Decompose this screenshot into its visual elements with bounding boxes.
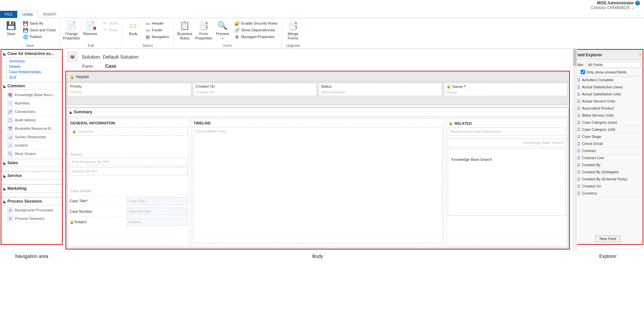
nav-item-connections[interactable]: 🔗Connections: [1, 108, 62, 116]
redo-button[interactable]: ↷Redo: [101, 27, 119, 33]
vertical-scrollbar[interactable]: [573, 49, 577, 251]
nav-group-common[interactable]: ◣Common: [1, 82, 62, 90]
show-dependencies-button[interactable]: 🔗Show Dependencies: [233, 27, 279, 33]
header-button[interactable]: ▭Header: [144, 20, 171, 26]
section-label: Section: [69, 150, 187, 158]
tab-insert[interactable]: INSERT: [38, 11, 61, 18]
annotation-body: Body: [63, 254, 573, 259]
field-item[interactable]: Billed Service Units: [574, 112, 642, 119]
field-item[interactable]: Case Category (old): [574, 126, 642, 133]
undo-icon: ↶: [102, 21, 108, 26]
ribbon: 💾 Save 💾Save As 💾Save and Close 🌐Publish…: [0, 18, 644, 49]
field-item[interactable]: Case Category (new): [574, 119, 642, 126]
preview-button[interactable]: 🔍 Preview▾: [214, 20, 231, 41]
nav-item-kb[interactable]: 📚Knowledge Base Reco...: [1, 91, 62, 99]
tab-home[interactable]: HOME: [17, 11, 38, 18]
nav-item-activities[interactable]: ✓Activities: [1, 99, 62, 108]
nav-group-case[interactable]: ◣Case for Interactive ex...: [1, 50, 62, 58]
undo-button[interactable]: ↶Undo: [101, 20, 119, 26]
nav-item-sla[interactable]: SLA: [6, 75, 62, 80]
form-properties-icon: 📑: [198, 20, 209, 31]
header-section[interactable]: 🔒 Header: [67, 72, 568, 82]
body-button[interactable]: ▭ Body: [125, 20, 142, 37]
field-item[interactable]: Contract: [574, 147, 642, 154]
nav-group-marketing[interactable]: ◣Marketing: [1, 184, 62, 193]
form-properties-button[interactable]: 📑 Form Properties: [195, 20, 212, 41]
field-item[interactable]: Actual Service Units: [574, 98, 642, 105]
enable-security-roles-button[interactable]: 🔐Enable Security Roles: [233, 20, 279, 26]
kb-search-box[interactable]: Knowledge Base Search: [448, 138, 566, 147]
nav-item-summary[interactable]: Summary: [6, 58, 62, 64]
save-as-icon: 💾: [23, 21, 28, 26]
publish-button[interactable]: 🌐Publish: [22, 34, 57, 40]
field-item[interactable]: Activities Complete: [574, 77, 642, 84]
field-case-number[interactable]: Case Number Case Number: [69, 206, 187, 215]
header-field-status[interactable]: Status Status Reason: [319, 83, 442, 96]
field-item[interactable]: Actual Satisfaction (old): [574, 91, 642, 98]
header-field-priority[interactable]: Priority Priority: [68, 83, 191, 96]
save-and-close-button[interactable]: 💾Save and Close: [22, 27, 57, 33]
nav-item-bookable[interactable]: 📅Bookable Resource B...: [1, 124, 62, 133]
nav-group-process[interactable]: ◣Process Sessions: [1, 197, 62, 205]
field-item[interactable]: Created By (External Party): [574, 176, 642, 183]
header-field-createdon[interactable]: Created On Created On: [193, 83, 317, 96]
footer-button[interactable]: ▭Footer: [144, 27, 171, 33]
form-name: Case: [105, 63, 116, 69]
nav-item-relationships[interactable]: Case Relationships: [6, 69, 62, 75]
field-item[interactable]: Created By: [574, 161, 642, 169]
navigation-button[interactable]: ▤Navigation: [144, 34, 171, 40]
only-unused-checkbox[interactable]: [581, 70, 585, 74]
org-dropdown-icon[interactable]: ⌄: [631, 6, 634, 10]
filter-select[interactable]: All Fields: [586, 62, 641, 68]
solution-icon: 📦: [67, 51, 78, 62]
collapse-icon: ◣: [3, 187, 6, 190]
ribbon-tabs: FILE HOME INSERT: [0, 11, 644, 18]
nav-item-audit[interactable]: 📋Audit History: [1, 116, 62, 124]
lock-icon: 🔒: [69, 220, 74, 224]
merge-forms-button[interactable]: 📑 Merge Forms: [285, 20, 301, 41]
expand-icon[interactable]: ›: [640, 53, 641, 57]
field-customer[interactable]: 🔒Customer: [69, 127, 187, 136]
connections-icon: 🔗: [7, 109, 13, 114]
nav-item-bgprocesses[interactable]: ⚙Background Processes: [1, 206, 62, 214]
nav-group-service[interactable]: ◣Service: [1, 172, 62, 180]
field-item[interactable]: Actual Satisfaction (new): [574, 84, 642, 91]
survey-icon: 📊: [7, 134, 13, 140]
group-label-upgrade: Upgrade: [285, 43, 301, 48]
field-first-response-kpi[interactable]: First Response By KPI: [69, 158, 187, 166]
field-item[interactable]: Created By (Delegate): [574, 169, 642, 176]
field-item[interactable]: Created On: [574, 183, 642, 190]
summary-tab[interactable]: ◣ Summary: [67, 107, 568, 117]
field-item[interactable]: Associated Product: [574, 105, 642, 112]
help-icon[interactable]: ?: [635, 1, 640, 5]
field-item[interactable]: Contract Line: [574, 154, 642, 161]
remove-button[interactable]: 📄✖ Remove: [82, 20, 99, 37]
form-label: Form:: [82, 64, 94, 69]
nav-item-details[interactable]: Details: [6, 64, 62, 69]
field-item[interactable]: Case Stage: [574, 133, 642, 140]
field-resolve-kpi[interactable]: Resolve By KPI: [69, 167, 187, 175]
business-rules-button[interactable]: 📋 Business Rules: [176, 20, 193, 41]
group-label-select: Select: [125, 43, 171, 48]
field-recent-cases[interactable]: Recent cases and Entitlements: [448, 127, 566, 136]
field-item[interactable]: Currency: [574, 190, 642, 197]
save-as-button[interactable]: 💾Save As: [22, 20, 57, 26]
tab-file[interactable]: FILE: [0, 11, 17, 18]
field-case-title[interactable]: Case Title* Case Title: [69, 196, 187, 205]
lock-icon: 🔒: [72, 129, 77, 134]
nav-item-workorders[interactable]: 🔧Work Orders: [1, 150, 62, 158]
save-button[interactable]: 💾 Save: [3, 20, 20, 37]
incident-icon: ⚠: [7, 143, 13, 148]
nav-group-sales[interactable]: ◣Sales: [1, 159, 62, 167]
field-item[interactable]: Check Email: [574, 140, 642, 147]
nav-item-incident[interactable]: ⚠incident: [1, 141, 62, 150]
managed-properties-button[interactable]: ⚙Managed Properties: [233, 34, 279, 40]
nav-item-procsessions[interactable]: ⚙Process Sessions: [1, 214, 62, 223]
timeline-placeholder[interactable]: Conversation Tabs: [193, 127, 442, 243]
header-field-owner[interactable]: 🔒Owner* Owner: [444, 83, 567, 96]
change-properties-button[interactable]: 📄 Change Properties: [63, 20, 80, 41]
field-subject[interactable]: 🔒Subject Subject: [69, 216, 187, 226]
new-field-button[interactable]: New Field: [595, 235, 621, 242]
nav-item-survey[interactable]: 📊Survey Responses: [1, 133, 62, 141]
scrollbar-thumb[interactable]: [573, 49, 577, 66]
